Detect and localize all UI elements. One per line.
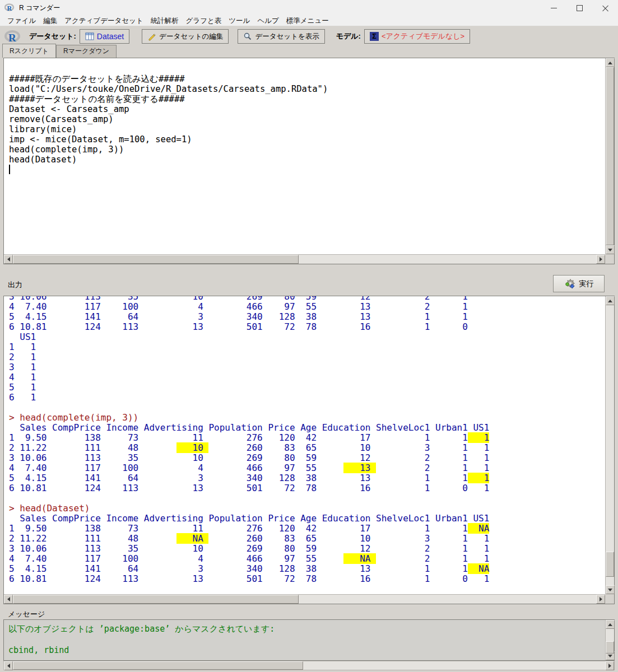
close-icon bbox=[602, 5, 608, 11]
menu-item[interactable]: 標準メニュー bbox=[286, 16, 329, 26]
run-button-label: 実行 bbox=[579, 279, 594, 289]
svg-text:R: R bbox=[7, 4, 12, 12]
tab-r-script[interactable]: Rスクリプト bbox=[2, 44, 56, 58]
scroll-up-button[interactable] bbox=[606, 620, 615, 629]
tab-bar: Rスクリプト Rマークダウン bbox=[2, 46, 117, 58]
output-line: 6 10.81 124 113 13 501 72 78 16 1 0 bbox=[9, 322, 605, 332]
output-line: 5 1 bbox=[9, 382, 605, 393]
window-title: R コマンダー bbox=[19, 3, 60, 13]
close-button[interactable] bbox=[592, 0, 618, 16]
output-line: 2 11.22 111 48 NA 260 83 65 10 3 1 1 bbox=[9, 534, 605, 544]
scroll-down-button[interactable] bbox=[606, 585, 615, 594]
table-icon bbox=[85, 32, 94, 40]
minimize-icon bbox=[551, 8, 557, 8]
edit-dataset-button[interactable]: データセットの編集 bbox=[142, 29, 229, 44]
script-pane: #####既存のデータセットを読み込む##### load("C:/Users/… bbox=[3, 58, 615, 264]
output-label: 出力 bbox=[8, 280, 22, 290]
output-line: 4 7.40 117 100 4 466 97 55 13 2 1 1 bbox=[9, 463, 605, 473]
output-text: 3 10.06 113 35 10 269 80 59 12 2 14 7.40… bbox=[4, 296, 605, 584]
scroll-right-button[interactable] bbox=[596, 595, 605, 604]
output-line bbox=[9, 403, 605, 413]
edit-dataset-label: データセットの編集 bbox=[159, 32, 223, 41]
maximize-button[interactable] bbox=[566, 0, 592, 16]
output-area[interactable]: 3 10.06 113 35 10 269 80 59 12 2 14 7.40… bbox=[4, 296, 605, 594]
menu-item[interactable]: 編集 bbox=[43, 16, 57, 26]
maximize-icon bbox=[577, 5, 583, 11]
output-line: 5 4.15 141 64 3 340 128 38 13 1 1 1 bbox=[9, 473, 605, 483]
output-line: 3 1 bbox=[9, 362, 605, 372]
app-icon: R bbox=[4, 3, 15, 12]
sigma-icon: Σ bbox=[370, 32, 379, 41]
output-pane: 3 10.06 113 35 10 269 80 59 12 2 14 7.40… bbox=[3, 296, 615, 604]
scroll-right-button[interactable] bbox=[596, 255, 605, 264]
output-horizontal-scrollbar[interactable] bbox=[4, 594, 605, 604]
magnifier-icon bbox=[243, 32, 252, 41]
r-logo-icon: R bbox=[4, 30, 21, 44]
active-dataset-button[interactable]: Dataset bbox=[80, 29, 129, 44]
scroll-up-button[interactable] bbox=[606, 58, 615, 67]
tab-r-markdown[interactable]: Rマークダウン bbox=[56, 45, 117, 58]
output-line: US1 bbox=[9, 332, 605, 342]
script-vertical-scrollbar[interactable] bbox=[605, 58, 614, 254]
active-model-button[interactable]: Σ <アクティブモデルなし> bbox=[364, 29, 470, 44]
output-line: 6 10.81 124 113 13 501 72 78 16 1 0 1 bbox=[9, 483, 605, 493]
output-line: > head(complete(imp, 3)) bbox=[9, 413, 605, 423]
text-cursor bbox=[9, 165, 10, 174]
svg-text:R: R bbox=[8, 32, 16, 44]
pencil-icon bbox=[147, 32, 156, 41]
toolbar: R データセット: Dataset データセットの編集 データセット bbox=[0, 26, 618, 46]
message-text: 以下のオブジェクトは ’package:base’ からマスクされています: c… bbox=[4, 620, 605, 660]
menu-item[interactable]: ファイル bbox=[7, 16, 36, 26]
output-line: 3 10.06 113 35 10 269 80 59 12 2 1 1 bbox=[9, 453, 605, 463]
menu-item[interactable]: ツール bbox=[229, 16, 250, 26]
output-line: 1 9.50 138 73 11 276 120 42 17 1 1 NA bbox=[9, 524, 605, 534]
script-horizontal-scrollbar[interactable] bbox=[4, 254, 605, 264]
run-gear-icon bbox=[564, 278, 577, 290]
menu-item[interactable]: アクティブデータセット bbox=[64, 16, 143, 26]
message-vertical-scrollbar[interactable] bbox=[605, 620, 614, 660]
message-horizontal-scrollbar[interactable] bbox=[3, 661, 615, 670]
menu-bar: ファイル編集アクティブデータセット統計解析グラフと表ツールヘルプ標準メニュー bbox=[0, 16, 618, 26]
output-line: 6 10.81 124 113 13 501 72 78 16 1 0 1 bbox=[9, 574, 605, 584]
view-dataset-label: データセットを表示 bbox=[255, 32, 319, 41]
scroll-right-button[interactable] bbox=[605, 661, 614, 670]
output-line: 6 1 bbox=[9, 393, 605, 403]
scrollbar-corner bbox=[605, 594, 614, 604]
output-line: 5 4.15 141 64 3 340 128 38 13 1 1 bbox=[9, 312, 605, 322]
script-text: #####既存のデータセットを読み込む##### load("C:/Users/… bbox=[4, 58, 605, 165]
scroll-down-button[interactable] bbox=[606, 245, 615, 254]
scrollbar-corner bbox=[605, 254, 614, 264]
menu-item[interactable]: 統計解析 bbox=[151, 16, 179, 26]
scroll-left-button[interactable] bbox=[4, 661, 13, 670]
output-line: 1 9.50 138 73 11 276 120 42 17 1 1 1 bbox=[9, 433, 605, 443]
dataset-value: Dataset bbox=[97, 32, 124, 41]
output-line: > head(Dataset) bbox=[9, 503, 605, 514]
view-dataset-button[interactable]: データセットを表示 bbox=[238, 29, 324, 44]
output-line: 5 4.15 141 64 3 340 128 38 13 1 1 NA bbox=[9, 564, 605, 574]
scroll-left-button[interactable] bbox=[4, 595, 13, 604]
run-button[interactable]: 実行 bbox=[553, 275, 605, 292]
output-line: 4 7.40 117 100 4 466 97 55 13 2 1 bbox=[9, 302, 605, 312]
script-editor[interactable]: #####既存のデータセットを読み込む##### load("C:/Users/… bbox=[4, 58, 605, 254]
output-line: 1 1 bbox=[9, 342, 605, 352]
r-commander-window: R R コマンダー ファイル編集アクティブデータセット統計解析グラフと表ツールヘ… bbox=[0, 0, 618, 672]
message-box: 以下のオブジェクトは ’package:base’ からマスクされています: c… bbox=[3, 619, 615, 661]
title-bar: R R コマンダー bbox=[0, 0, 618, 16]
messages-label: メッセージ bbox=[8, 609, 45, 619]
menu-item[interactable]: グラフと表 bbox=[186, 16, 222, 26]
minimize-button[interactable] bbox=[541, 0, 566, 16]
scroll-up-button[interactable] bbox=[606, 296, 615, 305]
output-vertical-scrollbar[interactable] bbox=[605, 296, 614, 594]
output-line bbox=[9, 493, 605, 503]
output-line: 3 10.06 113 35 10 269 80 59 12 2 1 1 bbox=[9, 544, 605, 554]
model-value: <アクティブモデルなし> bbox=[382, 31, 464, 41]
output-line: Sales CompPrice Income Advertising Popul… bbox=[9, 423, 605, 433]
output-line: 4 7.40 117 100 4 466 97 55 NA 2 1 1 bbox=[9, 554, 605, 564]
dataset-label: データセット: bbox=[29, 31, 76, 41]
output-line: 2 11.22 111 48 10 260 83 65 10 3 1 1 bbox=[9, 443, 605, 453]
menu-item[interactable]: ヘルプ bbox=[257, 16, 278, 26]
model-label: モデル: bbox=[336, 31, 361, 41]
output-line: 2 1 bbox=[9, 352, 605, 362]
scroll-left-button[interactable] bbox=[4, 255, 13, 264]
output-line: Sales CompPrice Income Advertising Popul… bbox=[9, 514, 605, 524]
